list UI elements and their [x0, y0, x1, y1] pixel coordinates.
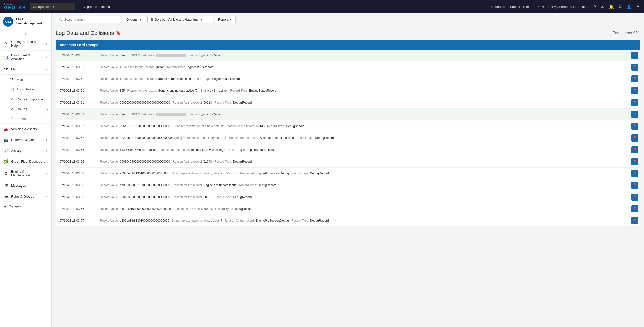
sidebar-item-dashboard[interactable]: 📊 Dashboard & Analytics ▼ [0, 51, 51, 64]
sidebar-item-map-label: Map [11, 67, 43, 71]
collapse-label: Collapse [9, 204, 21, 208]
notifications-icon[interactable]: 🔔 [609, 4, 614, 9]
action-cell: 📍 [627, 97, 640, 109]
page-title-text: Log Data and Collisions [56, 30, 114, 36]
sidebar-item-map[interactable]: 🗺 Map ▲ [0, 64, 51, 75]
table-row: 07/10/23 18:03:51 Record Value: 1 Reason… [56, 61, 640, 73]
table-row: 07/10/23 18:03:56 Record Value: e800be3f… [56, 168, 640, 179]
vehicles-assets-icon: 🚗 [4, 126, 9, 131]
sidebar-item-rules-groups-label: Rules & Groups [11, 195, 43, 198]
location-button[interactable]: 📍 [631, 205, 638, 212]
table-row: 07/10/23 18:03:52 Record Value: eb2beb2b… [56, 132, 640, 144]
sidebar-item-rules-groups[interactable]: ☰ Rules & Groups ▼ [0, 191, 51, 202]
gps-coords-redacted [156, 113, 186, 116]
sidebar-sub-item-trips-history[interactable]: 📋 Trips History [0, 84, 51, 94]
record-data-cell: Record Value: 1 Reason for the record: S… [96, 73, 627, 85]
timestamp-cell: 07/10/23 18:03:56 [56, 179, 96, 191]
sidebar-item-vehicles-assets[interactable]: 🚗 Vehicles & Assets [0, 124, 51, 134]
collapse-button[interactable]: ◀ Collapse [0, 202, 51, 211]
help-icon[interactable]: ? [594, 4, 596, 9]
sidebar-item-messages[interactable]: ✉ Messages [0, 180, 51, 191]
sidebar-sub-item-routes[interactable]: ↗ Routes... › [0, 104, 51, 114]
table-row: 07/10/23 18:03:56 Record Value: 03020508… [56, 191, 640, 203]
location-button[interactable]: 📍 [631, 194, 638, 201]
record-data-cell: Record Value: 255 Reason for the record:… [96, 85, 627, 97]
action-cell: 📍 [627, 132, 640, 144]
brand-name: AT&TFleet Management [16, 18, 42, 25]
sidebar-sub-item-routes-label: Routes... [17, 107, 30, 111]
rules-groups-icon: ☰ [4, 194, 9, 199]
sidebar-sub-item-map[interactable]: 🗺 Map [0, 75, 51, 84]
getting-started-chevron-icon: ▼ [45, 42, 48, 45]
settings-icon[interactable]: ⚙ [618, 4, 622, 9]
sort-by-label: Sort by: [155, 18, 166, 21]
location-button[interactable]: 📍 [631, 64, 638, 71]
engine-chevron-icon: ▼ [45, 172, 48, 175]
timestamp-cell: 07/10/23 18:03:56 [56, 191, 96, 203]
location-button[interactable]: 📍 [631, 52, 638, 59]
location-button[interactable]: 📍 [631, 170, 638, 177]
user-icon[interactable]: 👤 [626, 4, 631, 9]
sidebar-item-activity[interactable]: 📈 Activity ▼ [0, 145, 51, 156]
sidebar-sub-item-route-completion-label: Route Completion [17, 97, 43, 101]
options-button[interactable]: Options ▼ [123, 16, 145, 23]
logo: Powered by GEOTAB [4, 3, 26, 10]
search-input[interactable] [64, 18, 114, 21]
resources-link[interactable]: Resources [489, 5, 505, 9]
location-button[interactable]: 📍 [631, 182, 638, 189]
bookmark-icon[interactable]: 🔖 [116, 30, 122, 36]
map-sub-icon: 🗺 [10, 77, 14, 82]
submit-tickets-link[interactable]: Submit Tickets [510, 5, 531, 9]
location-button[interactable]: 📍 [631, 87, 638, 94]
log-area[interactable]: Log Data and Collisions 🔖 Total items 99… [52, 26, 644, 327]
location-button[interactable]: 📍 [631, 99, 638, 106]
sort-button[interactable]: ⇅ Sort by: Vehicle and date/time ▼ [147, 16, 213, 23]
location-button[interactable]: 📍 [631, 123, 638, 130]
expand-icon[interactable]: ▼ [636, 4, 640, 9]
location-button[interactable]: 📍 [631, 111, 638, 118]
sidebar-item-green-fleet[interactable]: 🌿 Green Fleet Dashboard [0, 156, 51, 167]
sidebar-item-getting-started[interactable]: ? Getting Started & Help ▼ [0, 37, 51, 51]
record-data-cell: Record Value: 0 mph GPS Coordinates: Rec… [96, 50, 627, 61]
top-bar-icons: ? ✉ 🔔 ⚙ 👤 ▼ [594, 4, 640, 9]
timestamp-cell: 07/10/23 18:03:52 [56, 132, 96, 144]
sidebar-sub-item-zones-label: Zones... [17, 117, 28, 121]
search-box: 🔍 [56, 16, 121, 23]
messages-nav-icon: ✉ [4, 183, 9, 188]
sidebar-item-cameras-video[interactable]: 📷 Cameras & Video ▼ [0, 134, 51, 145]
collapse-arrow-icon: ◀ [4, 204, 6, 208]
timestamp-cell: 07/10/23 18:03:52 [56, 120, 96, 132]
action-cell: 📍 [627, 191, 640, 203]
record-data-cell: Record Value: 14.65 UnitOfMeasureVoltsId… [96, 144, 627, 156]
table-row: 07/10/23 18:03:56 Record Value: 00010404… [56, 156, 640, 168]
gps-coords-redacted [156, 54, 186, 57]
report-label: Report [218, 18, 228, 21]
sidebar-item-dashboard-label: Dashboard & Analytics [11, 53, 43, 61]
location-button[interactable]: 📍 [631, 158, 638, 165]
sidebar-scroll-up[interactable]: ▲ [0, 30, 51, 37]
activity-chevron-icon: ▼ [45, 149, 48, 152]
action-cell: 📍 [627, 50, 640, 61]
search-icon: 🔍 [58, 17, 63, 21]
do-not-sell-link[interactable]: Do Not Sell My Personal Information [536, 5, 589, 9]
location-button[interactable]: 📍 [631, 134, 638, 142]
messages-icon[interactable]: ✉ [601, 4, 604, 9]
sidebar-sub-item-route-completion[interactable]: ✓ Route Completion [0, 94, 51, 104]
location-button[interactable]: 📍 [631, 217, 638, 224]
groups-filter-button[interactable]: Groups filter ▼ [30, 3, 75, 10]
toolbar: 🔍 Options ▼ ⇅ Sort by: Vehicle and date/… [52, 13, 644, 26]
sidebar-sub-item-zones[interactable]: ⬡ Zones... › [0, 114, 51, 124]
zones-arrow-icon: › [47, 117, 48, 121]
table-row: 07/10/23 18:03:52 Record Value: 006b0103… [56, 120, 640, 132]
routes-icon: ↗ [10, 107, 14, 111]
cameras-video-icon: 📷 [4, 137, 9, 142]
action-cell: 📍 [627, 179, 640, 191]
sort-icon: ⇅ [151, 17, 154, 21]
location-button[interactable]: 📍 [631, 146, 638, 153]
sidebar-item-engine-maintenance[interactable]: ⚙ Engine & Maintenance ▼ [0, 167, 51, 180]
timestamp-cell: 07/10/23 18:03:51 [56, 85, 96, 97]
table-row: 07/10/23 18:03:51 Record Value: 0 mph GP… [56, 50, 640, 61]
groups-filter-label: Groups filter [33, 5, 51, 9]
report-button[interactable]: Report ▼ [215, 16, 236, 23]
location-button[interactable]: 📍 [631, 75, 638, 82]
